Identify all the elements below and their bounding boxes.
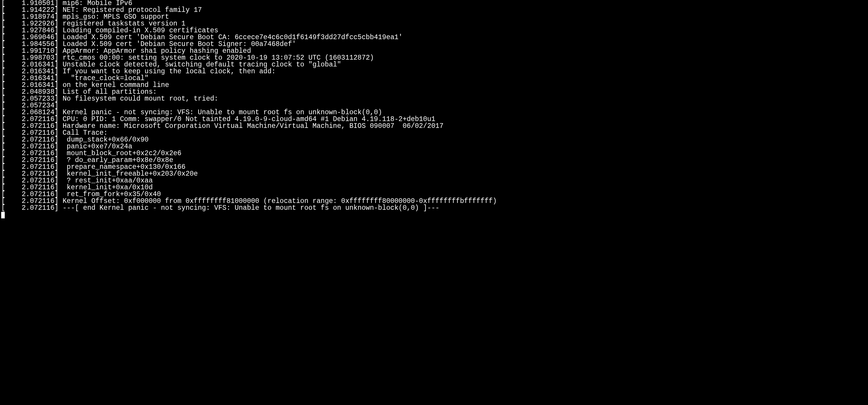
log-line: [ 2.057233] No filesystem could mount ro…: [1, 96, 867, 102]
log-line: [ 1.922926] registered taskstats version…: [1, 21, 867, 27]
log-line: [ 2.072116] ---[ end Kernel panic - not …: [1, 205, 867, 212]
log-line: [ 2.068124] Kernel panic - not syncing: …: [1, 109, 867, 116]
cursor-line: [1, 212, 867, 218]
log-line: [ 2.072116] Call Trace:: [1, 130, 867, 136]
log-line: [ 2.072116] ret_from_fork+0x35/0x40: [1, 191, 867, 198]
cursor-icon: [1, 212, 5, 218]
log-line: [ 2.048938] List of all partitions:: [1, 89, 867, 96]
log-line: [ 2.072116] dump_stack+0x66/0x90: [1, 136, 867, 143]
log-line: [ 2.072116] kernel_init_freeable+0x203/0…: [1, 170, 867, 178]
log-line: [ 2.016341] on the kernel command line: [1, 82, 867, 89]
log-line: [ 2.016341] Unstable clock detected, swi…: [1, 61, 867, 68]
log-line: [ 1.998703] rtc_cmos 00:00: setting syst…: [1, 55, 867, 61]
log-message: Hardware name: Microsoft Corporation Vir…: [63, 122, 444, 130]
log-line: [ 2.072116] panic+0xe7/0x24a: [1, 143, 867, 150]
log-line: [ 2.072116] kernel_init+0xa/0x10d: [1, 184, 867, 191]
log-line: [ 2.072116] ? do_early_param+0x8e/0x8e: [1, 157, 867, 164]
log-line: [ 1.969046] Loaded X.509 cert 'Debian Se…: [1, 34, 867, 41]
log-line: [ 1.927846] Loading compiled-in X.509 ce…: [1, 27, 867, 34]
log-line: [ 2.016341] "trace_clock=local": [1, 75, 867, 82]
log-line: [ 1.914222] NET: Registered protocol fam…: [1, 7, 867, 14]
log-line: [ 2.072116] prepare_namespace+0x130/0x16…: [1, 164, 867, 170]
log-line: [ 1.984556] Loaded X.509 cert 'Debian Se…: [1, 41, 867, 48]
kernel-console: [ 1.910501] mip6: Mobile IPv6[ 1.914222]…: [0, 0, 868, 218]
log-line: [ 2.072116] Hardware name: Microsoft Cor…: [1, 123, 867, 130]
log-message: ---[ end Kernel panic - not syncing: VFS…: [63, 204, 439, 212]
log-line: [ 2.016341] If you want to keep using th…: [1, 68, 867, 75]
log-line: [ 1.991710] AppArmor: AppArmor sha1 poli…: [1, 48, 867, 55]
log-line: [ 2.057234]: [1, 102, 867, 109]
log-line: [ 2.072116] mount_block_root+0x2c2/0x2e6: [1, 150, 867, 157]
log-timestamp: 2.072116: [5, 204, 55, 212]
log-line: [ 1.910501] mip6: Mobile IPv6: [1, 0, 867, 7]
log-line: [ 2.072116] ? rest_init+0xaa/0xaa: [1, 178, 867, 184]
log-line: [ 1.918974] mpls_gso: MPLS GSO support: [1, 14, 867, 21]
log-line: [ 2.072116] CPU: 0 PID: 1 Comm: swapper/…: [1, 116, 867, 123]
log-message: No filesystem could mount root, tried:: [63, 95, 222, 103]
log-line: [ 2.072116] Kernel Offset: 0xf000000 fro…: [1, 198, 867, 205]
